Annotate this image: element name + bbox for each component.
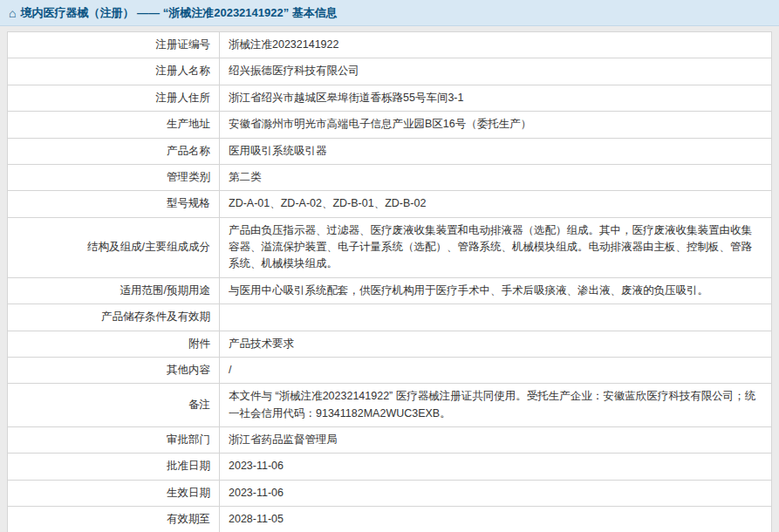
- row-value: 本文件与 “浙械注准20232141922” 医疗器械注册证共同使用。受托生产企…: [220, 384, 772, 427]
- row-label: 产品储存条件及有效期: [8, 304, 220, 331]
- row-value: 与医用中心吸引系统配套，供医疗机构用于医疗手术中、手术后吸痰液、渗出液、废液的负…: [220, 277, 772, 304]
- row-label: 生产地址: [8, 112, 220, 138]
- row-value: ZD-A-01、ZD-A-02、ZD-B-01、ZD-B-02: [220, 191, 772, 217]
- row-value: 安徽省滁州市明光市高端电子信息产业园B区16号（委托生产）: [220, 112, 772, 138]
- info-table-container: 注册证编号浙械注准20232141922注册人名称绍兴振德医疗科技有限公司注册人…: [7, 31, 772, 532]
- row-value: 浙械注准20232141922: [220, 32, 772, 58]
- home-icon: ⌂: [9, 7, 16, 19]
- table-row: 管理类别第二类: [8, 164, 772, 190]
- row-label: 注册人住所: [8, 85, 220, 111]
- row-label: 产品名称: [8, 138, 220, 164]
- row-label: 注册证编号: [8, 32, 220, 58]
- table-row: 其他内容/: [8, 357, 772, 383]
- table-row: 生效日期2023-11-06: [8, 480, 772, 506]
- table-row: 结构及组成/主要组成成分产品由负压指示器、过滤器、医疗废液收集装置和电动排液器（…: [8, 217, 772, 277]
- row-label: 备注: [8, 384, 220, 427]
- page-header: ⌂ 境内医疗器械（注册） —— “浙械注准20232141922” 基本信息: [0, 0, 779, 26]
- row-value: /: [220, 357, 772, 383]
- table-row: 有效期至2028-11-05: [8, 507, 772, 532]
- table-row: 适用范围/预期用途与医用中心吸引系统配套，供医疗机构用于医疗手术中、手术后吸痰液…: [8, 277, 772, 304]
- row-label: 型号规格: [8, 191, 220, 217]
- row-value: [220, 304, 772, 331]
- page-title: 境内医疗器械（注册） —— “浙械注准20232141922” 基本信息: [20, 5, 337, 21]
- table-row: 审批部门浙江省药品监督管理局: [8, 427, 772, 454]
- table-row: 批准日期2023-11-06: [8, 454, 772, 480]
- table-row: 附件产品技术要求: [8, 331, 772, 357]
- row-value: 第二类: [220, 164, 772, 190]
- row-label: 注册人名称: [8, 58, 220, 85]
- row-label: 其他内容: [8, 357, 220, 383]
- row-label: 附件: [8, 331, 220, 357]
- table-row: 生产地址安徽省滁州市明光市高端电子信息产业园B区16号（委托生产）: [8, 112, 772, 138]
- table-row: 备注本文件与 “浙械注准20232141922” 医疗器械注册证共同使用。受托生…: [8, 384, 772, 427]
- row-value: 浙江省药品监督管理局: [220, 427, 772, 454]
- row-label: 适用范围/预期用途: [8, 277, 220, 304]
- row-value: 2028-11-05: [220, 507, 772, 532]
- row-label: 生效日期: [8, 480, 220, 506]
- row-value: 2023-11-06: [220, 480, 772, 506]
- row-value: 产品技术要求: [220, 331, 772, 357]
- info-table: 注册证编号浙械注准20232141922注册人名称绍兴振德医疗科技有限公司注册人…: [7, 31, 772, 532]
- row-label: 结构及组成/主要组成成分: [8, 217, 220, 277]
- info-table-body: 注册证编号浙械注准20232141922注册人名称绍兴振德医疗科技有限公司注册人…: [8, 32, 772, 532]
- table-row: 产品名称医用吸引系统吸引器: [8, 138, 772, 164]
- table-row: 注册人住所浙江省绍兴市越城区皋埠街道香栎路55号车间3-1: [8, 85, 772, 111]
- row-label: 审批部门: [8, 427, 220, 454]
- row-value: 医用吸引系统吸引器: [220, 138, 772, 164]
- row-label: 有效期至: [8, 507, 220, 532]
- table-row: 注册证编号浙械注准20232141922: [8, 32, 772, 58]
- row-label: 批准日期: [8, 454, 220, 480]
- table-row: 型号规格ZD-A-01、ZD-A-02、ZD-B-01、ZD-B-02: [8, 191, 772, 217]
- table-row: 产品储存条件及有效期: [8, 304, 772, 331]
- row-value: 浙江省绍兴市越城区皋埠街道香栎路55号车间3-1: [220, 85, 772, 111]
- table-row: 注册人名称绍兴振德医疗科技有限公司: [8, 58, 772, 85]
- row-label: 管理类别: [8, 164, 220, 190]
- row-value: 2023-11-06: [220, 454, 772, 480]
- row-value: 产品由负压指示器、过滤器、医疗废液收集装置和电动排液器（选配）组成。其中，医疗废…: [220, 217, 772, 277]
- row-value: 绍兴振德医疗科技有限公司: [220, 58, 772, 85]
